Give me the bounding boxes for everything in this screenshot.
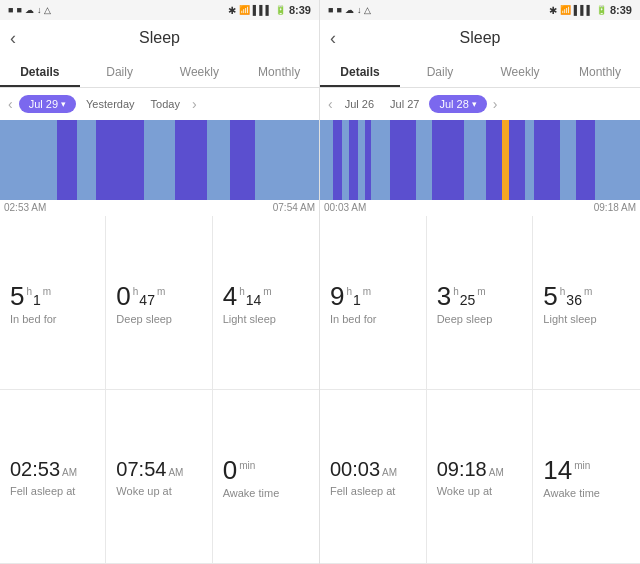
battery-icon: 🔋 xyxy=(275,5,286,15)
tab-daily[interactable]: Daily xyxy=(400,56,480,87)
stat-minutes: 1 xyxy=(353,293,361,307)
stat-cell-2: 4 h 14 m Light sleep xyxy=(213,216,319,390)
stat-hours: 4 xyxy=(223,283,237,309)
stat-value: 02:53 AM xyxy=(10,458,97,481)
stat-unit-h: h xyxy=(26,287,32,297)
tab-weekly[interactable]: Weekly xyxy=(480,56,560,87)
download-icon: ↓ xyxy=(357,5,362,15)
stat-cell-4: 07:54 AM Woke up at xyxy=(106,390,212,564)
prev-arrow[interactable]: ‹ xyxy=(6,96,15,112)
stat-hours: 5 xyxy=(543,283,557,309)
next-arrow[interactable]: › xyxy=(190,96,199,112)
date-label-1[interactable]: Jul 27 xyxy=(384,95,425,113)
download-icon: ↓ xyxy=(37,5,42,15)
stat-time: 00:03 xyxy=(330,458,380,481)
date-label-1[interactable]: Yesterday xyxy=(80,95,141,113)
stat-unit-h: h xyxy=(239,287,245,297)
back-button[interactable]: ‹ xyxy=(330,28,336,49)
status-bar: ■ ■ ☁ ↓ △ ✱ 📶 ▌▌▌ 🔋 8:39 xyxy=(0,0,319,20)
prev-arrow[interactable]: ‹ xyxy=(326,96,335,112)
stat-hours: 5 xyxy=(10,283,24,309)
stat-value: 07:54 AM xyxy=(116,458,203,481)
next-arrow[interactable]: › xyxy=(491,96,500,112)
active-date-button[interactable]: Jul 28 ▾ xyxy=(429,95,486,113)
stat-label: Deep sleep xyxy=(116,313,203,325)
active-date-button[interactable]: Jul 29 ▾ xyxy=(19,95,76,113)
sleep-bar-2 xyxy=(365,120,371,200)
cloud-icon: ☁ xyxy=(345,5,354,15)
chart-time-start: 00:03 AM xyxy=(324,202,366,214)
stat-unit-h: h xyxy=(133,287,139,297)
back-button[interactable]: ‹ xyxy=(10,28,16,49)
sleep-bar-6 xyxy=(534,120,560,200)
app-icon-2: ■ xyxy=(336,5,341,15)
date-dropdown-arrow: ▾ xyxy=(472,99,477,109)
stat-value: 4 h 14 m xyxy=(223,283,311,309)
bluetooth-icon: ✱ xyxy=(549,5,557,16)
sleep-bar-0 xyxy=(57,120,76,200)
date-label-2[interactable]: Today xyxy=(145,95,186,113)
stat-label: Awake time xyxy=(543,487,632,499)
stat-hours: 9 xyxy=(330,283,344,309)
stat-time: 09:18 xyxy=(437,458,487,481)
stat-cell-3: 00:03 AM Fell asleep at xyxy=(320,390,427,564)
sleep-bar-7 xyxy=(576,120,595,200)
header: ‹ Sleep xyxy=(0,20,319,56)
stat-ampm: AM xyxy=(62,467,77,478)
chart-time-end: 09:18 AM xyxy=(594,202,636,214)
tab-daily[interactable]: Daily xyxy=(80,56,160,87)
stats-grid: 5 h 1 m In bed for 0 h 47 m Deep sleep 4… xyxy=(0,216,319,564)
tab-bar: DetailsDailyWeeklyMonthly xyxy=(320,56,640,88)
date-dropdown-arrow: ▾ xyxy=(61,99,66,109)
stat-unit-m: m xyxy=(584,287,592,297)
stat-time: 07:54 xyxy=(116,458,166,481)
tab-monthly[interactable]: Monthly xyxy=(239,56,319,87)
stat-label: Light sleep xyxy=(543,313,632,325)
app-icon-1: ■ xyxy=(8,5,13,15)
stat-cell-1: 3 h 25 m Deep sleep xyxy=(427,216,534,390)
sleep-bar-2 xyxy=(175,120,207,200)
status-icons-left: ■ ■ ☁ ↓ △ xyxy=(328,5,371,15)
stat-label: Deep sleep xyxy=(437,313,525,325)
chart-times: 02:53 AM 07:54 AM xyxy=(0,200,319,216)
tab-details[interactable]: Details xyxy=(320,56,400,87)
date-label-0[interactable]: Jul 26 xyxy=(339,95,380,113)
stat-cell-5: 0 min Awake time xyxy=(213,390,319,564)
stat-ampm: AM xyxy=(382,467,397,478)
stat-minutes: 25 xyxy=(460,293,476,307)
stat-unit-m: m xyxy=(157,287,165,297)
stat-unit-h: h xyxy=(346,287,352,297)
date-nav: ‹Jul 29 ▾YesterdayToday› xyxy=(0,88,319,120)
stat-value: 5 h 36 m xyxy=(543,283,632,309)
stat-cell-0: 5 h 1 m In bed for xyxy=(0,216,106,390)
cloud-icon: ☁ xyxy=(25,5,34,15)
app-icon-1: ■ xyxy=(328,5,333,15)
stat-hours: 0 xyxy=(116,283,130,309)
stat-cell-2: 5 h 36 m Light sleep xyxy=(533,216,640,390)
sleep-chart xyxy=(0,120,319,200)
stat-cell-3: 02:53 AM Fell asleep at xyxy=(0,390,106,564)
page-title: Sleep xyxy=(139,29,180,47)
wifi-icon: 📶 xyxy=(239,5,250,15)
sleep-bar-8 xyxy=(502,120,508,200)
tab-weekly[interactable]: Weekly xyxy=(160,56,240,87)
panel-left: ■ ■ ☁ ↓ △ ✱ 📶 ▌▌▌ 🔋 8:39 ‹ Sleep Details… xyxy=(0,0,320,564)
tab-details[interactable]: Details xyxy=(0,56,80,87)
tab-monthly[interactable]: Monthly xyxy=(560,56,640,87)
stat-ampm: AM xyxy=(489,467,504,478)
stat-value: 14 min xyxy=(543,457,632,483)
stat-value: 0 min xyxy=(223,457,311,483)
stat-value: 3 h 25 m xyxy=(437,283,525,309)
chart-times: 00:03 AM 09:18 AM xyxy=(320,200,640,216)
stat-label: Light sleep xyxy=(223,313,311,325)
chart-time-start: 02:53 AM xyxy=(4,202,46,214)
header: ‹ Sleep xyxy=(320,20,640,56)
stat-value: 5 h 1 m xyxy=(10,283,97,309)
tab-bar: DetailsDailyWeeklyMonthly xyxy=(0,56,319,88)
stat-number: 14 xyxy=(543,457,572,483)
app-icon-2: ■ xyxy=(16,5,21,15)
status-time: 8:39 xyxy=(610,4,632,16)
signal-icon: ▌▌▌ xyxy=(253,5,272,15)
sleep-bar-1 xyxy=(96,120,144,200)
panel-right: ■ ■ ☁ ↓ △ ✱ 📶 ▌▌▌ 🔋 8:39 ‹ Sleep Details… xyxy=(320,0,640,564)
